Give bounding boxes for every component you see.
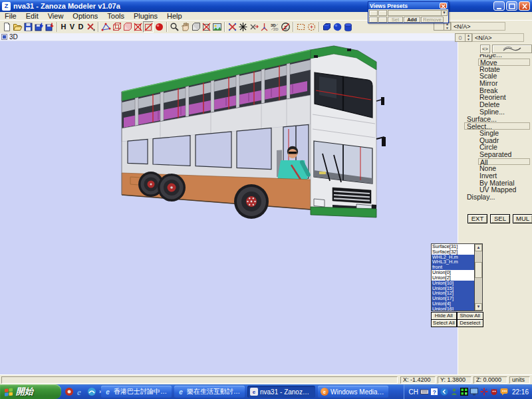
na-value-2[interactable]: <N/A> [472,33,524,42]
primitive-sphere-icon[interactable] [332,21,342,33]
scroll-down-icon[interactable]: ▼ [475,303,482,311]
object-list-button[interactable]: Deselect [457,319,484,327]
mode-button[interactable]: EXT [467,214,487,223]
chat-icon[interactable] [500,388,508,396]
move-vertex-icon[interactable] [248,21,259,33]
preset-slot-button[interactable] [378,10,387,16]
media-player-quicklaunch-icon[interactable] [65,387,74,396]
panel-chevron-icon[interactable] [492,45,532,53]
vertical-view-button[interactable]: V [68,21,76,33]
menu-item[interactable]: File [0,12,21,20]
spinner-field[interactable]: 0 [455,33,466,42]
cube-slash-icon[interactable] [143,21,154,33]
panel-menu-item[interactable]: Display... [458,194,531,201]
pan-hand-icon[interactable] [180,21,190,33]
background-image-icon[interactable] [211,21,222,33]
scroll-thumb[interactable] [475,262,482,278]
vertices-mode-icon[interactable] [100,21,111,33]
msn-quicklaunch-icon[interactable] [87,387,96,396]
preset-slot-button[interactable] [378,17,387,23]
remove-preset-button[interactable]: Remove [421,17,444,23]
taskbar-task-button[interactable]: e 香港巴士討論中心 (... [101,386,172,398]
object-list-button[interactable]: Show All [457,312,484,320]
maximize-button[interactable] [506,1,517,11]
diagonal-view-button[interactable]: D [76,21,85,33]
object-list-button[interactable]: Hide All [431,312,458,320]
open-file-icon[interactable] [12,21,23,33]
select-rectangle-icon[interactable] [295,21,306,33]
panel-menu-item[interactable]: Surface... [458,116,531,123]
taskbar-task-button[interactable]: e nva31 - Zanoza Model... [247,386,315,398]
select-circle-icon[interactable] [306,21,317,33]
viewport-mode-icon[interactable] [1,34,7,40]
save-icon[interactable] [23,21,33,33]
add-preset-button[interactable]: Add [404,17,420,23]
mode-button[interactable]: MUL [513,214,532,223]
zoom-icon[interactable] [169,21,180,33]
no-z-axis-icon[interactable]: Z [280,21,291,33]
views-presets-titlebar[interactable]: Views Presets [368,2,448,9]
wireframe-cube-icon[interactable] [111,21,122,33]
preset-slot-button[interactable] [369,17,378,23]
local-axes-icon[interactable] [259,21,269,33]
toolbar-separator [293,22,293,32]
close-button[interactable] [519,1,530,11]
taskbar-task-button[interactable]: e Windows Media Player [318,386,388,398]
toolbar-separator [57,22,57,32]
minimize-button[interactable] [493,1,505,11]
clock[interactable]: 22:16 [512,388,529,396]
primitive-cylinder-icon[interactable] [342,21,353,33]
user-status-icon[interactable] [450,388,458,396]
export-icon[interactable] [44,21,55,33]
viewport-3d[interactable]: 3D [0,33,458,374]
render-sphere-icon[interactable] [154,21,164,33]
pixel-grid-icon[interactable] [460,388,468,396]
mode-buttons: EXTSELMUL [467,214,532,223]
new-file-icon[interactable] [1,21,12,33]
na-value-1[interactable]: <N/A> [451,22,505,31]
set-preset-button[interactable]: Set [388,17,403,23]
menu-item[interactable]: Options [68,12,102,20]
preset-slot-button[interactable] [369,10,378,16]
vertex-cross-icon[interactable] [227,21,237,33]
scroll-up-icon[interactable]: ▲ [475,244,482,251]
display-icon[interactable] [470,388,478,396]
creature-icon[interactable] [490,388,498,396]
objects-list-scrollbar[interactable]: ▲ ▼ [474,244,482,311]
panel-menu-item[interactable]: Separated [458,151,531,158]
spinner-arrows[interactable]: ▲▼ [466,33,472,42]
import-icon[interactable] [33,21,44,33]
quick-launch: e » [65,386,102,398]
messenger-icon[interactable] [440,388,448,396]
horizontal-view-button[interactable]: H [59,21,68,33]
primitive-box-icon[interactable] [321,21,332,33]
axes-delete-icon[interactable] [85,21,96,33]
mode-button[interactable]: SEL [490,214,510,223]
menu-item[interactable]: View [43,12,68,20]
taskbar-task-button[interactable]: e 樂在生活互動討論... [174,386,245,398]
object-list-item[interactable]: Union[16] [432,307,474,311]
star-vertices-icon[interactable] [237,21,248,33]
help-icon[interactable]: ? [430,388,438,396]
rotate-view-cube-icon[interactable] [190,21,201,33]
object-list-button[interactable]: Select All [431,319,458,327]
menu-item[interactable]: Tools [102,12,129,20]
menu-item[interactable]: Plugins [129,12,162,20]
keyboard-icon[interactable] [420,388,428,396]
menu-item[interactable]: Edit [21,12,43,20]
start-button[interactable]: 開始 [0,384,61,399]
view-reset-cube-icon[interactable] [201,21,211,33]
toggle-3d2d-icon[interactable]: 3D2D [269,21,280,33]
solid-cube-icon[interactable] [122,21,132,33]
panel-collapse-button[interactable]: <> [480,45,490,53]
menu-item[interactable]: Help [162,12,187,20]
pinwheel-icon[interactable] [480,388,488,396]
internet-explorer-quicklaunch-icon[interactable]: e [76,387,85,396]
views-presets-close-icon[interactable] [440,3,447,9]
task-app-icon: e [104,388,112,396]
chevron-down-icon[interactable]: ▼ [441,11,447,15]
menu-bar: FileEditViewOptionsToolsPluginsHelp [0,12,532,20]
cube-cross-icon[interactable] [132,21,143,33]
preset-name-combobox[interactable]: ▼ [388,10,448,16]
language-indicator[interactable]: CH [409,388,418,396]
